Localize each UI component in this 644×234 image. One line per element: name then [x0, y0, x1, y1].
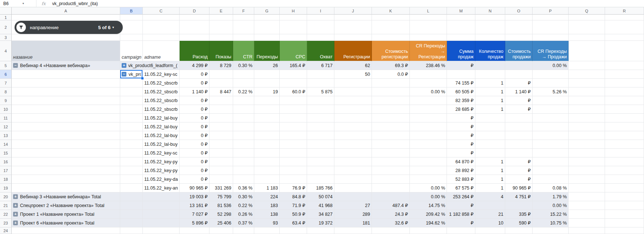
cell[interactable]: [569, 79, 605, 87]
cell-D10[interactable]: 0 ₽: [180, 105, 209, 114]
cell-F23[interactable]: 0.37 %: [233, 219, 254, 227]
cell-L8[interactable]: 0.00 %: [410, 87, 447, 96]
cell-H15[interactable]: [280, 149, 307, 157]
cell-G5[interactable]: 26: [254, 61, 280, 70]
cell[interactable]: [12, 15, 120, 20]
row-header-18[interactable]: 18: [0, 175, 12, 184]
cell[interactable]: [372, 34, 410, 41]
cell[interactable]: [605, 87, 644, 96]
cell-I17[interactable]: [307, 166, 334, 175]
cell[interactable]: [143, 34, 180, 41]
cell-N19[interactable]: 1: [475, 184, 505, 192]
cell-F10[interactable]: [233, 105, 254, 114]
cell-C19[interactable]: 11.05.22_key-an: [143, 184, 180, 192]
row-header-11[interactable]: 11: [0, 114, 12, 122]
pivot-header-N[interactable]: Количество продаж: [475, 41, 505, 61]
cell-G23[interactable]: 93: [254, 219, 280, 227]
row-header-8[interactable]: 8: [0, 87, 12, 96]
cell-J13[interactable]: [334, 131, 372, 140]
column-header-Q[interactable]: Q: [569, 7, 605, 15]
cell[interactable]: [180, 227, 209, 234]
cell-B20[interactable]: [120, 192, 143, 201]
cell-G8[interactable]: 19: [254, 87, 280, 96]
cell-F17[interactable]: [233, 166, 254, 175]
cell-J19[interactable]: [334, 184, 372, 192]
cell-I10[interactable]: [307, 105, 334, 114]
cell-L5[interactable]: 238.46 %: [410, 61, 447, 70]
cell-J8[interactable]: [334, 87, 372, 96]
cell-L19[interactable]: 0.00 %: [410, 184, 447, 192]
cell[interactable]: [605, 192, 644, 201]
pivot-header-P[interactable]: CR Переходы → Продажи: [533, 41, 569, 61]
cell-P20[interactable]: 1.79 %: [533, 192, 569, 201]
cell-M7[interactable]: 74 155 ₽: [447, 79, 475, 87]
cell[interactable]: [605, 96, 644, 105]
cell-G20[interactable]: 224: [254, 192, 280, 201]
cell[interactable]: [280, 227, 307, 234]
cell-P14[interactable]: [533, 140, 569, 149]
cell-E14[interactable]: [209, 140, 233, 149]
cell[interactable]: [410, 34, 447, 41]
pivot-header-H[interactable]: CPC: [280, 41, 307, 61]
cell-M20[interactable]: 253 264 ₽: [447, 192, 475, 201]
cell-L18[interactable]: [410, 175, 447, 184]
cell-I9[interactable]: [307, 96, 334, 105]
cell[interactable]: [533, 20, 569, 34]
cell-A13[interactable]: [12, 131, 120, 140]
cell-E10[interactable]: [209, 105, 233, 114]
cell[interactable]: [120, 227, 143, 234]
cell-C20[interactable]: [143, 192, 180, 201]
cell[interactable]: [254, 15, 280, 20]
cell-A15[interactable]: [12, 149, 120, 157]
cell[interactable]: [307, 20, 334, 34]
cell[interactable]: [410, 227, 447, 234]
cell-N17[interactable]: 1: [475, 166, 505, 175]
cell[interactable]: [120, 34, 143, 41]
cell-H9[interactable]: [280, 96, 307, 105]
cell-B23[interactable]: [120, 219, 143, 227]
cell-D21[interactable]: 13 161 ₽: [180, 201, 209, 210]
cell-J16[interactable]: [334, 157, 372, 166]
row-header-7[interactable]: 7: [0, 79, 12, 87]
cell-B5[interactable]: +vk_product6_leadform_(: [120, 61, 143, 70]
cell-F22[interactable]: 0.26 %: [233, 210, 254, 219]
cell-L21[interactable]: 14.75 %: [410, 201, 447, 210]
cell-G9[interactable]: [254, 96, 280, 105]
cell-G19[interactable]: 1 183: [254, 184, 280, 192]
cell[interactable]: [569, 149, 605, 157]
cell-E21[interactable]: 81 536: [209, 201, 233, 210]
cell-I22[interactable]: 34 827: [307, 210, 334, 219]
cell[interactable]: [533, 34, 569, 41]
cell[interactable]: [334, 15, 372, 20]
cell[interactable]: [307, 34, 334, 41]
row-header-23[interactable]: 23: [0, 219, 12, 227]
cell-A9[interactable]: [12, 96, 120, 105]
cell-C8[interactable]: 11.05.22_sbscrb: [143, 87, 180, 96]
cell-B8[interactable]: [120, 87, 143, 96]
cell-D14[interactable]: 0 ₽: [180, 140, 209, 149]
cell-O12[interactable]: [505, 122, 533, 131]
cell-J23[interactable]: 181: [334, 219, 372, 227]
cell-C22[interactable]: [143, 210, 180, 219]
column-header-P[interactable]: P: [533, 7, 569, 15]
cell[interactable]: [143, 15, 180, 20]
cell-K11[interactable]: [372, 114, 410, 122]
cell-P6[interactable]: [533, 70, 569, 79]
column-header-D[interactable]: D: [180, 7, 209, 15]
column-header-J[interactable]: J: [334, 7, 372, 15]
cell-N22[interactable]: 21: [475, 210, 505, 219]
cell-E18[interactable]: [209, 175, 233, 184]
cell-N23[interactable]: 10: [475, 219, 505, 227]
cell-G21[interactable]: 183: [254, 201, 280, 210]
cell-H13[interactable]: [280, 131, 307, 140]
row-header-6[interactable]: 6: [0, 70, 12, 79]
name-box-caret-icon[interactable]: ▾: [23, 2, 24, 5]
cell-P23[interactable]: 10.75 %: [533, 219, 569, 227]
column-header-O[interactable]: O: [505, 7, 533, 15]
cell-D22[interactable]: 7 027 ₽: [180, 210, 209, 219]
cell-A18[interactable]: [12, 175, 120, 184]
cell-L10[interactable]: [410, 105, 447, 114]
cell[interactable]: [605, 34, 644, 41]
cell-G17[interactable]: [254, 166, 280, 175]
cell[interactable]: [209, 34, 233, 41]
